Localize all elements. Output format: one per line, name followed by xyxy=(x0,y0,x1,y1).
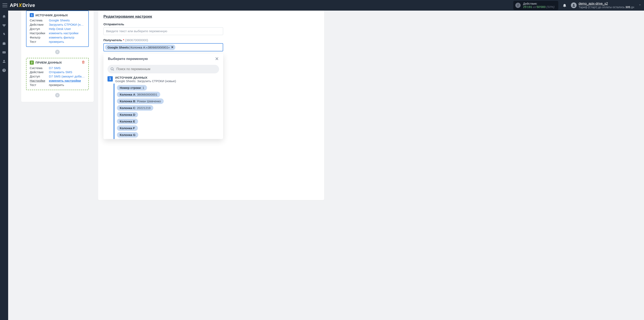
source-row-key: Доступ xyxy=(30,27,46,31)
dest-row: СистемаD7 SMS xyxy=(30,66,85,70)
variable-chip[interactable]: Колонка D xyxy=(117,112,138,117)
picker-group-number: 1 xyxy=(108,76,113,82)
dest-row: ДоступD7 SMS (аккаунт добавлен 1 xyxy=(30,74,85,79)
variable-chip[interactable]: Колонка E xyxy=(117,119,138,124)
source-row-key: Система xyxy=(30,18,46,23)
left-rail xyxy=(0,11,8,208)
logo-api: API xyxy=(10,3,18,8)
bell-icon[interactable] xyxy=(562,3,567,8)
dest-row: Настройкиизменить настройки xyxy=(30,79,85,83)
briefcase-icon[interactable] xyxy=(2,41,6,46)
variable-chip[interactable]: Колонка H xyxy=(117,139,138,139)
billing-icon[interactable] xyxy=(2,32,6,37)
source-row-key: Тест xyxy=(30,40,46,44)
step-source-card[interactable]: 1 ИСТОЧНИК ДАННЫХ СистемаGoogle SheetsДе… xyxy=(26,11,89,47)
dest-row-key: Настройки xyxy=(30,79,46,83)
dest-row-value: проверить xyxy=(49,83,85,87)
dest-row-key: Система xyxy=(30,66,46,70)
recipient-label: Получатель*(380670000000) xyxy=(104,38,223,42)
variable-chip[interactable]: Колонка C: 20221219 xyxy=(117,105,153,111)
source-row-key: Действие xyxy=(30,23,46,27)
variable-picker: Выберите переменную ✕ 1 ИСТОЧНИК ДАННЫХ … xyxy=(104,53,223,139)
logo-drive: Drive xyxy=(22,3,35,8)
avatar-icon xyxy=(571,3,576,8)
dest-row-value[interactable]: D7 SMS xyxy=(49,66,85,70)
trash-icon[interactable] xyxy=(82,60,85,65)
picker-group-title: ИСТОЧНИК ДАННЫХ xyxy=(115,76,176,79)
picker-title: Выберите переменную xyxy=(108,57,148,61)
dest-row-key: Тест xyxy=(30,83,46,87)
chevron-down-icon[interactable] xyxy=(638,3,642,7)
dest-row-value[interactable]: Отправить SMS xyxy=(49,70,85,74)
dest-row-key: Действие xyxy=(30,70,46,74)
topbar: APIXDrive i Действия: 25'191из50'000(50%… xyxy=(0,0,644,11)
source-row: Настройкиизменить настройки xyxy=(30,31,85,36)
connections-icon[interactable] xyxy=(2,23,6,28)
source-row-value[interactable]: проверить xyxy=(49,40,85,44)
user-menu[interactable]: demo_apix-drive_s2 Тариф |Старт| до опла… xyxy=(571,2,634,9)
recipient-input[interactable]: Google Sheets | Колонка A: «380660000001… xyxy=(104,43,223,51)
step-dest-card[interactable]: 2 ПРИЕМ ДАННЫХ СистемаD7 SMSДействиеОтпр… xyxy=(26,58,89,90)
close-icon[interactable]: ✕ xyxy=(215,56,219,62)
sender-input[interactable] xyxy=(104,27,223,35)
dest-row: ДействиеОтправить SMS xyxy=(30,70,85,74)
logo[interactable]: APIXDrive xyxy=(10,3,35,8)
add-step-button-2[interactable]: + xyxy=(55,93,60,97)
sender-label: Отправитель xyxy=(104,23,223,26)
actions-label: Действия: xyxy=(523,2,554,6)
info-icon: i xyxy=(515,3,520,8)
source-row: Фильтризменить фильтр xyxy=(30,36,85,40)
editor-title: Редактирование настроек xyxy=(104,14,223,19)
picker-search-input[interactable] xyxy=(116,67,216,71)
search-icon xyxy=(110,67,114,71)
step-source-number: 1 xyxy=(30,13,34,17)
dest-row-value[interactable]: D7 SMS (аккаунт добавлен 1 xyxy=(49,74,85,79)
variable-chip[interactable]: Колонка F xyxy=(117,125,138,131)
video-icon[interactable] xyxy=(2,50,6,55)
profile-icon[interactable] xyxy=(2,59,6,64)
help-icon[interactable] xyxy=(2,68,6,73)
source-row-value[interactable]: изменить настройки xyxy=(49,31,85,36)
source-row-value[interactable]: Google Sheets xyxy=(49,18,85,23)
actions-numbers: 25'191из50'000(50%) xyxy=(523,5,554,9)
logo-x: X xyxy=(18,3,22,8)
variable-chip[interactable]: Колонка G xyxy=(117,132,138,138)
variable-chip[interactable]: Колонка A: 380660000001 xyxy=(117,92,160,97)
picker-group-subtitle: Google Sheets: Загрузить СТРОКИ (новые) xyxy=(115,79,176,83)
user-name: demo_apix-drive_s2 xyxy=(579,2,634,6)
recipient-tag[interactable]: Google Sheets | Колонка A: «380660000001… xyxy=(105,45,175,50)
dest-row-key: Доступ xyxy=(30,74,46,79)
source-row: ДоступHelp Desk User xyxy=(30,27,85,31)
source-row: ДействиеЗагрузить СТРОКИ (новые) xyxy=(30,23,85,27)
editor-panel: Редактирование настроек Отправитель Полу… xyxy=(98,11,324,200)
steps-panel: 1 ИСТОЧНИК ДАННЫХ СистемаGoogle SheetsДе… xyxy=(21,11,94,102)
remove-tag-icon[interactable]: ✕ xyxy=(171,46,174,49)
source-row: Тестпроверить xyxy=(30,40,85,44)
variable-chip[interactable]: Колонка B: Роман Шевченко xyxy=(117,98,164,104)
source-row-value[interactable]: Загрузить СТРОКИ (новые) xyxy=(49,23,85,27)
step-source-title: ИСТОЧНИК ДАННЫХ xyxy=(36,14,68,17)
actions-counter[interactable]: i Действия: 25'191из50'000(50%) xyxy=(513,1,558,10)
picker-search[interactable] xyxy=(108,65,219,73)
source-row-value[interactable]: изменить фильтр xyxy=(49,36,85,40)
dest-row-value[interactable]: изменить настройки xyxy=(49,79,85,83)
source-row-key: Фильтр xyxy=(30,36,46,40)
source-row: СистемаGoogle Sheets xyxy=(30,18,85,23)
step-dest-number: 2 xyxy=(30,61,34,65)
source-row-value[interactable]: Help Desk User xyxy=(49,27,85,31)
step-dest-title: ПРИЕМ ДАННЫХ xyxy=(36,61,62,64)
menu-toggle[interactable] xyxy=(2,4,7,7)
add-step-button[interactable]: + xyxy=(55,50,60,54)
home-icon[interactable] xyxy=(2,14,6,19)
source-row-key: Настройки xyxy=(30,31,46,36)
user-tariff: Тариф |Старт| до оплаты осталось 305 дн xyxy=(579,6,634,9)
variable-chip[interactable]: Номер строки: 1 xyxy=(117,85,147,91)
dest-row: Тестпроверить xyxy=(30,83,85,87)
variable-list[interactable]: Номер строки: 1Колонка A: 380660000001Ко… xyxy=(114,84,219,139)
